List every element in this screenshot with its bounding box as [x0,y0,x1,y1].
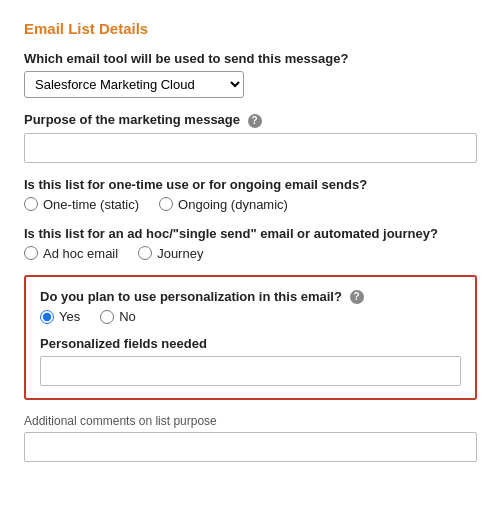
purpose-label: Purpose of the marketing message ? [24,112,477,128]
send-type-adhoc-option[interactable]: Ad hoc email [24,246,118,261]
additional-comments-input[interactable] [24,432,477,462]
personalization-no-option[interactable]: No [100,309,136,324]
purpose-input[interactable] [24,133,477,163]
additional-comments-group: Additional comments on list purpose [24,414,477,462]
personalization-yes-radio[interactable] [40,310,54,324]
email-tool-select[interactable]: Salesforce Marketing Cloud Other [24,71,244,98]
send-type-journey-option[interactable]: Journey [138,246,203,261]
personalization-help-icon[interactable]: ? [350,290,364,304]
list-type-radio-group: One-time (static) Ongoing (dynamic) [24,197,477,212]
personalization-yes-option[interactable]: Yes [40,309,80,324]
personalization-group: Do you plan to use personalization in th… [40,289,461,325]
send-type-radio-group: Ad hoc email Journey [24,246,477,261]
send-type-adhoc-radio[interactable] [24,246,38,260]
list-type-label: Is this list for one-time use or for ong… [24,177,477,192]
personalization-no-radio[interactable] [100,310,114,324]
send-type-group: Is this list for an ad hoc/"single send"… [24,226,477,261]
personalization-radio-group: Yes No [40,309,461,324]
email-tool-group: Which email tool will be used to send th… [24,51,477,98]
list-type-one-time-option[interactable]: One-time (static) [24,197,139,212]
list-type-ongoing-label: Ongoing (dynamic) [178,197,288,212]
personalization-highlighted-box: Do you plan to use personalization in th… [24,275,477,401]
purpose-group: Purpose of the marketing message ? [24,112,477,163]
list-type-one-time-radio[interactable] [24,197,38,211]
purpose-help-icon[interactable]: ? [248,114,262,128]
send-type-adhoc-label: Ad hoc email [43,246,118,261]
email-tool-label: Which email tool will be used to send th… [24,51,477,66]
list-type-ongoing-option[interactable]: Ongoing (dynamic) [159,197,288,212]
personalization-yes-label: Yes [59,309,80,324]
list-type-ongoing-radio[interactable] [159,197,173,211]
personalization-no-label: No [119,309,136,324]
additional-comments-label: Additional comments on list purpose [24,414,477,428]
list-type-one-time-label: One-time (static) [43,197,139,212]
send-type-journey-radio[interactable] [138,246,152,260]
personalized-fields-label: Personalized fields needed [40,336,461,351]
personalized-fields-group: Personalized fields needed [40,336,461,386]
send-type-journey-label: Journey [157,246,203,261]
list-type-group: Is this list for one-time use or for ong… [24,177,477,212]
personalized-fields-input[interactable] [40,356,461,386]
personalization-label: Do you plan to use personalization in th… [40,289,461,305]
send-type-label: Is this list for an ad hoc/"single send"… [24,226,477,241]
section-title: Email List Details [24,20,477,37]
